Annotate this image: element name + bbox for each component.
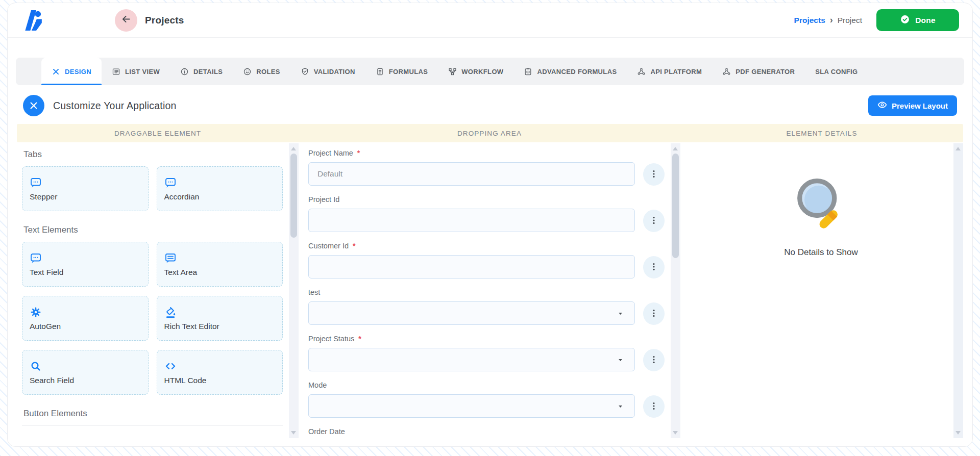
palette-grid: Text FieldText AreaAutoGenRich Text Edit…	[22, 242, 283, 395]
breadcrumb-link[interactable]: Projects	[794, 16, 825, 25]
field-label: Project Status*	[308, 335, 666, 344]
field-menu-button[interactable]	[643, 395, 665, 418]
field-menu-button[interactable]	[643, 256, 665, 278]
field-label-text: Project Id	[308, 195, 339, 204]
select-input[interactable]	[308, 394, 635, 418]
text-input[interactable]	[308, 209, 635, 232]
palette-item-label: HTML Code	[164, 376, 276, 385]
draggable-elements-panel: TabsStepperAccordianText ElementsText Fi…	[17, 143, 299, 438]
scroll-up-arrow-icon[interactable]	[673, 147, 678, 150]
magnifier-illustration	[787, 172, 855, 240]
scroll-down-arrow-icon[interactable]	[291, 431, 296, 435]
palette-section-title: Text Elements	[23, 225, 283, 235]
section-divider	[22, 425, 283, 426]
field-label-text: test	[308, 288, 320, 296]
select-input[interactable]	[308, 301, 635, 325]
form-fields: Project Name*DefaultProject IdCustomer I…	[307, 143, 671, 438]
palette-grid: StepperAccordian	[22, 166, 283, 211]
scrollbar-thumb[interactable]	[290, 154, 297, 238]
search-icon	[30, 360, 42, 372]
shield-check-icon	[301, 67, 309, 76]
field-menu-button[interactable]	[643, 302, 665, 325]
dots-vertical-icon	[649, 262, 659, 273]
customize-heading: Customize Your Application	[53, 100, 177, 112]
field-label: Project Name*	[308, 149, 666, 159]
field-value: Default	[317, 169, 342, 179]
done-button[interactable]: Done	[876, 9, 959, 31]
palette-item-label: Rich Text Editor	[164, 322, 276, 331]
back-arrow-icon	[121, 14, 132, 27]
field-label-text: Project Status	[308, 335, 354, 343]
palette-item-html-code[interactable]: HTML Code	[157, 350, 283, 395]
text-area-icon	[164, 252, 177, 264]
palette-item-rich-text-editor[interactable]: Rich Text Editor	[157, 296, 283, 341]
middle-panel-scrollbar[interactable]	[671, 143, 680, 438]
breadcrumb: Projects › Project	[794, 16, 862, 25]
left-panel-scrollbar[interactable]	[289, 143, 299, 438]
palette-item-label: Search Field	[30, 376, 141, 385]
tab-label: VALIDATION	[314, 68, 355, 75]
tab-advanced-formulas[interactable]: ADVANCED FORMULAS	[513, 58, 627, 85]
done-button-label: Done	[915, 16, 936, 25]
tab-api-platform[interactable]: API PLATFORM	[627, 58, 712, 85]
workflow-icon	[448, 67, 457, 76]
field-menu-button[interactable]	[643, 349, 665, 371]
palette-item-accordian[interactable]: Accordian	[157, 166, 283, 211]
scroll-up-arrow-icon[interactable]	[291, 147, 296, 150]
field-label-text: Project Name	[308, 149, 353, 157]
tab-workflow[interactable]: WORKFLOW	[438, 58, 513, 85]
brand-logo-icon	[21, 8, 46, 33]
field-label-text: Customer Id	[308, 242, 349, 250]
select-input[interactable]	[308, 348, 635, 371]
form-field-customer-id: Customer Id*	[308, 242, 666, 278]
tab-details[interactable]: DETAILS	[170, 58, 233, 85]
clipboard-code-icon	[524, 67, 532, 76]
empty-details-text: No Details to Show	[784, 247, 858, 258]
breadcrumb-current: Project	[838, 16, 862, 25]
eye-icon	[877, 100, 887, 111]
scrollbar-thumb[interactable]	[672, 154, 679, 258]
field-label: test	[308, 288, 666, 298]
scroll-up-arrow-icon[interactable]	[955, 147, 961, 150]
app-builder-page: { "app": { "title": "Projects" }, "heade…	[0, 0, 980, 456]
palette-section-title: Tabs	[23, 149, 283, 160]
back-button[interactable]	[115, 9, 137, 32]
palette-item-search-field[interactable]: Search Field	[22, 350, 149, 395]
tab-bar: DESIGNLIST VIEWDETAILSROLESVALIDATIONFOR…	[16, 58, 964, 85]
form-field-project-status: Project Status*	[308, 335, 666, 371]
scroll-down-arrow-icon[interactable]	[673, 431, 678, 435]
tab-sla-config[interactable]: SLA CONFIG	[805, 58, 868, 85]
field-menu-button[interactable]	[643, 163, 665, 186]
palette-item-text-field[interactable]: Text Field	[22, 242, 149, 287]
customize-toolbar: Customize Your Application Preview Layou…	[23, 94, 957, 117]
field-menu-button[interactable]	[643, 210, 665, 232]
text-input[interactable]	[308, 255, 635, 278]
column-header-details: ELEMENT DETAILS	[680, 130, 963, 137]
tab-validation[interactable]: VALIDATION	[290, 58, 365, 85]
form-field-project-name: Project Name*Default	[308, 149, 666, 186]
field-label: Project Id	[308, 195, 666, 205]
dots-vertical-icon	[649, 401, 659, 413]
paint-fill-icon	[164, 306, 177, 318]
palette-item-text-area[interactable]: Text Area	[157, 242, 283, 287]
tab-design[interactable]: DESIGN	[41, 58, 102, 85]
dots-vertical-icon	[649, 215, 659, 227]
dots-vertical-icon	[649, 169, 659, 181]
preview-layout-button[interactable]: Preview Layout	[868, 95, 957, 116]
palette-item-stepper[interactable]: Stepper	[22, 166, 149, 211]
tab-roles[interactable]: ROLES	[233, 58, 290, 85]
breadcrumb-separator-icon: ›	[830, 15, 833, 24]
right-panel-scrollbar[interactable]	[953, 143, 963, 438]
tab-list-view[interactable]: LIST VIEW	[102, 58, 170, 85]
scroll-down-arrow-icon[interactable]	[955, 431, 961, 435]
field-label: Mode	[308, 381, 666, 391]
tab-formulas[interactable]: FORMULAS	[365, 58, 438, 85]
palette-item-autogen[interactable]: AutoGen	[22, 296, 149, 341]
tab-label: LIST VIEW	[125, 68, 160, 75]
tab-pdf-generator[interactable]: PDF GENERATOR	[712, 58, 805, 85]
palette-item-label: Text Area	[164, 268, 276, 277]
hub-icon	[637, 67, 646, 76]
column-header-dropping: DROPPING AREA	[299, 130, 680, 137]
text-input[interactable]: Default	[308, 162, 635, 186]
design-tools-icon	[23, 95, 44, 116]
